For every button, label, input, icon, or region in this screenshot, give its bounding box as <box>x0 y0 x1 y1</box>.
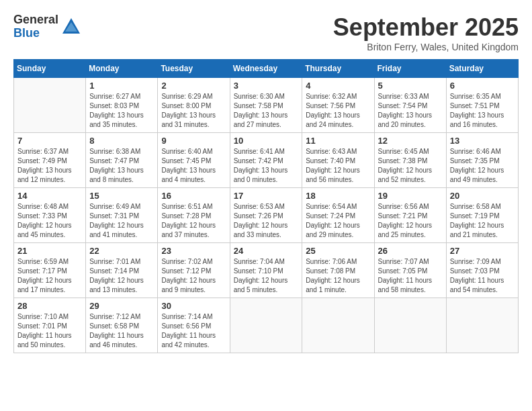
day-number: 9 <box>161 136 226 146</box>
day-number: 28 <box>17 301 82 311</box>
column-header-sunday: Sunday <box>14 60 86 78</box>
calendar-cell: 27Sunrise: 7:09 AM Sunset: 7:03 PM Dayli… <box>446 243 518 298</box>
calendar-cell: 8Sunrise: 6:38 AM Sunset: 7:47 PM Daylig… <box>86 133 158 188</box>
cell-info: Sunrise: 6:46 AM Sunset: 7:35 PM Dayligh… <box>450 147 515 185</box>
day-number: 1 <box>89 81 154 91</box>
day-number: 2 <box>161 81 226 91</box>
calendar-cell: 19Sunrise: 6:56 AM Sunset: 7:21 PM Dayli… <box>374 188 446 243</box>
cell-info: Sunrise: 6:53 AM Sunset: 7:26 PM Dayligh… <box>234 202 299 240</box>
column-header-friday: Friday <box>374 60 446 78</box>
week-row-4: 21Sunrise: 6:59 AM Sunset: 7:17 PM Dayli… <box>14 243 519 298</box>
day-number: 22 <box>89 246 154 256</box>
day-number: 12 <box>378 136 443 146</box>
cell-info: Sunrise: 6:48 AM Sunset: 7:33 PM Dayligh… <box>17 202 82 240</box>
cell-info: Sunrise: 7:12 AM Sunset: 6:58 PM Dayligh… <box>89 312 154 350</box>
cell-info: Sunrise: 6:27 AM Sunset: 8:03 PM Dayligh… <box>89 92 154 130</box>
calendar-cell: 12Sunrise: 6:45 AM Sunset: 7:38 PM Dayli… <box>374 133 446 188</box>
day-number: 6 <box>450 81 515 91</box>
day-number: 17 <box>234 191 299 201</box>
day-number: 3 <box>234 81 299 91</box>
column-header-monday: Monday <box>86 60 158 78</box>
cell-info: Sunrise: 7:02 AM Sunset: 7:12 PM Dayligh… <box>161 257 226 295</box>
day-number: 24 <box>234 246 299 256</box>
cell-info: Sunrise: 7:01 AM Sunset: 7:14 PM Dayligh… <box>89 257 154 295</box>
cell-info: Sunrise: 6:37 AM Sunset: 7:49 PM Dayligh… <box>17 147 82 185</box>
cell-info: Sunrise: 6:59 AM Sunset: 7:17 PM Dayligh… <box>17 257 82 295</box>
title-section: September 2025 Briton Ferry, Wales, Unit… <box>333 13 519 52</box>
day-number: 27 <box>450 246 515 256</box>
day-number: 21 <box>17 246 82 256</box>
page-header: General Blue September 2025 Briton Ferry… <box>13 13 519 52</box>
day-number: 7 <box>17 136 82 146</box>
calendar-cell: 26Sunrise: 7:07 AM Sunset: 7:05 PM Dayli… <box>374 243 446 298</box>
cell-info: Sunrise: 7:10 AM Sunset: 7:01 PM Dayligh… <box>17 312 82 350</box>
cell-info: Sunrise: 7:07 AM Sunset: 7:05 PM Dayligh… <box>378 257 443 295</box>
cell-info: Sunrise: 7:14 AM Sunset: 6:56 PM Dayligh… <box>161 312 226 350</box>
column-header-saturday: Saturday <box>446 60 518 78</box>
calendar-cell: 18Sunrise: 6:54 AM Sunset: 7:24 PM Dayli… <box>302 188 374 243</box>
calendar-cell: 29Sunrise: 7:12 AM Sunset: 6:58 PM Dayli… <box>86 298 158 353</box>
column-header-wednesday: Wednesday <box>230 60 302 78</box>
cell-info: Sunrise: 6:30 AM Sunset: 7:58 PM Dayligh… <box>234 92 299 130</box>
calendar-cell: 24Sunrise: 7:04 AM Sunset: 7:10 PM Dayli… <box>230 243 302 298</box>
day-number: 16 <box>161 191 226 201</box>
cell-info: Sunrise: 6:33 AM Sunset: 7:54 PM Dayligh… <box>378 92 443 130</box>
cell-info: Sunrise: 6:54 AM Sunset: 7:24 PM Dayligh… <box>306 202 370 240</box>
cell-info: Sunrise: 6:40 AM Sunset: 7:45 PM Dayligh… <box>161 147 226 185</box>
calendar-cell: 6Sunrise: 6:35 AM Sunset: 7:51 PM Daylig… <box>446 78 518 133</box>
cell-info: Sunrise: 6:51 AM Sunset: 7:28 PM Dayligh… <box>161 202 226 240</box>
calendar-cell: 30Sunrise: 7:14 AM Sunset: 6:56 PM Dayli… <box>158 298 230 353</box>
calendar-cell: 10Sunrise: 6:41 AM Sunset: 7:42 PM Dayli… <box>230 133 302 188</box>
cell-info: Sunrise: 6:43 AM Sunset: 7:40 PM Dayligh… <box>306 147 370 185</box>
cell-info: Sunrise: 6:49 AM Sunset: 7:31 PM Dayligh… <box>89 202 154 240</box>
calendar-cell: 23Sunrise: 7:02 AM Sunset: 7:12 PM Dayli… <box>158 243 230 298</box>
cell-info: Sunrise: 7:04 AM Sunset: 7:10 PM Dayligh… <box>234 257 299 295</box>
calendar-header-row: SundayMondayTuesdayWednesdayThursdayFrid… <box>14 60 519 78</box>
column-header-tuesday: Tuesday <box>158 60 230 78</box>
day-number: 15 <box>89 191 154 201</box>
calendar-cell: 14Sunrise: 6:48 AM Sunset: 7:33 PM Dayli… <box>14 188 86 243</box>
calendar-table: SundayMondayTuesdayWednesdayThursdayFrid… <box>13 59 519 353</box>
calendar-cell: 4Sunrise: 6:32 AM Sunset: 7:56 PM Daylig… <box>302 78 374 133</box>
day-number: 14 <box>17 191 82 201</box>
cell-info: Sunrise: 7:09 AM Sunset: 7:03 PM Dayligh… <box>450 257 515 295</box>
calendar-cell: 28Sunrise: 7:10 AM Sunset: 7:01 PM Dayli… <box>14 298 86 353</box>
calendar-cell: 7Sunrise: 6:37 AM Sunset: 7:49 PM Daylig… <box>14 133 86 188</box>
cell-info: Sunrise: 6:35 AM Sunset: 7:51 PM Dayligh… <box>450 92 515 130</box>
calendar-cell: 1Sunrise: 6:27 AM Sunset: 8:03 PM Daylig… <box>86 78 158 133</box>
cell-info: Sunrise: 6:38 AM Sunset: 7:47 PM Dayligh… <box>89 147 154 185</box>
day-number: 25 <box>306 246 370 256</box>
location: Briton Ferry, Wales, United Kingdom <box>333 42 519 52</box>
calendar-cell: 11Sunrise: 6:43 AM Sunset: 7:40 PM Dayli… <box>302 133 374 188</box>
column-header-thursday: Thursday <box>302 60 374 78</box>
calendar-cell: 3Sunrise: 6:30 AM Sunset: 7:58 PM Daylig… <box>230 78 302 133</box>
day-number: 23 <box>161 246 226 256</box>
calendar-cell: 2Sunrise: 6:29 AM Sunset: 8:00 PM Daylig… <box>158 78 230 133</box>
day-number: 4 <box>306 81 370 91</box>
logo-icon <box>61 17 81 37</box>
calendar-cell: 25Sunrise: 7:06 AM Sunset: 7:08 PM Dayli… <box>302 243 374 298</box>
cell-info: Sunrise: 6:56 AM Sunset: 7:21 PM Dayligh… <box>378 202 443 240</box>
calendar-cell: 5Sunrise: 6:33 AM Sunset: 7:54 PM Daylig… <box>374 78 446 133</box>
calendar-cell: 13Sunrise: 6:46 AM Sunset: 7:35 PM Dayli… <box>446 133 518 188</box>
logo-blue: Blue <box>13 27 58 40</box>
day-number: 11 <box>306 136 370 146</box>
cell-info: Sunrise: 6:29 AM Sunset: 8:00 PM Dayligh… <box>161 92 226 130</box>
day-number: 20 <box>450 191 515 201</box>
day-number: 18 <box>306 191 370 201</box>
calendar-cell: 9Sunrise: 6:40 AM Sunset: 7:45 PM Daylig… <box>158 133 230 188</box>
calendar-cell <box>302 298 374 353</box>
calendar-cell: 16Sunrise: 6:51 AM Sunset: 7:28 PM Dayli… <box>158 188 230 243</box>
day-number: 29 <box>89 301 154 311</box>
calendar-cell: 15Sunrise: 6:49 AM Sunset: 7:31 PM Dayli… <box>86 188 158 243</box>
calendar-cell <box>374 298 446 353</box>
week-row-3: 14Sunrise: 6:48 AM Sunset: 7:33 PM Dayli… <box>14 188 519 243</box>
calendar-cell <box>14 78 86 133</box>
calendar-cell <box>446 298 518 353</box>
month-title: September 2025 <box>333 13 519 42</box>
week-row-1: 1Sunrise: 6:27 AM Sunset: 8:03 PM Daylig… <box>14 78 519 133</box>
calendar-cell: 20Sunrise: 6:58 AM Sunset: 7:19 PM Dayli… <box>446 188 518 243</box>
day-number: 26 <box>378 246 443 256</box>
day-number: 30 <box>161 301 226 311</box>
calendar-cell: 17Sunrise: 6:53 AM Sunset: 7:26 PM Dayli… <box>230 188 302 243</box>
